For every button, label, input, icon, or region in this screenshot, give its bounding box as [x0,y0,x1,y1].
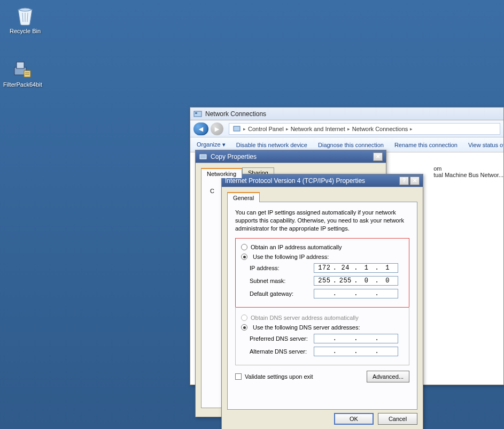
radio-label: Obtain an IP address automatically [251,244,342,250]
ip-octet[interactable]: 172 [316,264,332,272]
titlebar[interactable]: Internet Protocol Version 4 (TCP/IPv4) P… [222,174,423,187]
alternate-dns-row: Alternate DNS server: . . . [241,347,404,356]
dialog-title: Internet Protocol Version 4 (TCP/IPv4) P… [225,177,365,185]
svg-rect-6 [200,155,206,159]
description-text: You can get IP settings assigned automat… [235,209,409,233]
close-button[interactable]: ✕ [410,177,420,185]
subnet-mask-row: Subnet mask: 255. 255. 0. 0 [241,276,404,286]
breadcrumb-sep: ▸ [243,126,246,132]
field-label: IP address: [250,265,314,271]
field-label: Subnet mask: [250,278,314,284]
connection-partial-text: om tual Machine Bus Networ... [433,165,503,178]
titlebar[interactable]: Copy Properties ✕ [196,150,386,163]
preferred-dns-row: Preferred DNS server: . . . [241,334,404,343]
organize-menu[interactable]: Organize ▾ [197,141,226,148]
radio-use-following-ip[interactable]: Use the following IP address: [241,254,404,260]
radio-icon [241,315,247,321]
svg-rect-2 [24,71,30,77]
forward-button[interactable]: ► [211,122,223,135]
ip-address-row: IP address: 172. 24. 1. 1 [241,263,404,273]
radio-obtain-dns-auto: Obtain DNS server address automatically [241,315,404,321]
preferred-dns-input[interactable]: . . . [314,334,398,343]
validate-settings-checkbox[interactable]: Validate settings upon exit [235,373,313,380]
desktop-icon-label: FilterPack64bit [3,81,41,88]
advanced-button[interactable]: Advanced... [367,371,409,382]
breadcrumb[interactable]: ▸ Control Panel ▸ Network and Internet ▸… [229,123,500,135]
radio-icon [241,254,247,260]
radio-obtain-ip-auto[interactable]: Obtain an IP address automatically [241,244,404,250]
field-label: Alternate DNS server: [250,348,314,355]
default-gateway-input[interactable]: . . . [314,289,398,298]
titlebar[interactable]: Network Connections [190,108,503,120]
dns-server-group: Obtain DNS server address automatically … [235,307,409,365]
cancel-button[interactable]: Cancel [378,413,417,425]
radio-label: Use the following DNS server addresses: [253,324,360,331]
radio-icon [241,244,247,250]
ip-octet[interactable]: 0 [359,277,375,285]
dialog-title: Copy Properties [211,153,257,160]
tab-panel-general: You can get IP settings assigned automat… [227,202,417,410]
ip-octet[interactable]: 0 [379,277,396,285]
help-button[interactable]: ? [399,177,409,185]
tabstrip: General [227,191,417,202]
breadcrumb-sep: ▸ [410,126,413,132]
view-status-action[interactable]: View status of this c [468,142,503,148]
breadcrumb-item[interactable]: Network and Internet [291,126,345,132]
field-label: Preferred DNS server: [250,335,314,342]
ip-octet[interactable]: 24 [337,264,353,272]
radio-use-following-dns[interactable]: Use the following DNS server addresses: [241,324,404,331]
desktop-icon-filterpack[interactable]: FilterPack64bit [3,58,41,88]
field-label: Default gateway: [250,290,314,297]
network-adapter-icon [199,152,207,161]
installer-icon [11,58,33,79]
tab-networking[interactable]: Networking [201,168,242,178]
ipv4-properties-dialog: Internet Protocol Version 4 (TCP/IPv4) P… [221,174,423,429]
ip-octet[interactable]: 1 [379,264,396,272]
checkbox-label: Validate settings upon exit [245,373,313,380]
desktop-icon-label: Recycle Bin [6,28,44,34]
rename-action[interactable]: Rename this connection [394,142,458,148]
breadcrumb-item[interactable]: Network Connections [352,126,408,132]
svg-rect-4 [195,112,197,114]
window-title: Network Connections [205,110,266,118]
svg-rect-5 [234,126,240,131]
default-gateway-row: Default gateway: . . . [241,289,404,298]
nav-toolbar: ◄ ► ▸ Control Panel ▸ Network and Intern… [190,120,503,137]
dialog-button-row: OK Cancel [227,413,417,425]
ok-button[interactable]: OK [334,413,374,425]
ip-octet[interactable]: 255 [337,277,353,285]
radio-label: Obtain DNS server address automatically [251,315,359,321]
recycle-bin-icon [14,4,36,26]
checkbox-icon [235,373,242,380]
radio-icon [241,324,247,331]
breadcrumb-item[interactable]: Control Panel [248,126,284,132]
partial-text-line: tual Machine Bus Networ... [433,172,503,178]
partial-text-line: om [433,165,503,172]
subnet-mask-input[interactable]: 255. 255. 0. 0 [314,276,398,286]
network-folder-icon [193,110,202,118]
breadcrumb-sep: ▸ [286,126,289,132]
breadcrumb-root-icon [232,124,241,134]
ip-address-input[interactable]: 172. 24. 1. 1 [314,263,398,273]
ip-octet[interactable]: 255 [316,277,332,285]
alternate-dns-input[interactable]: . . . [314,347,398,356]
breadcrumb-sep: ▸ [347,126,350,132]
ip-address-group: Obtain an IP address automatically Use t… [235,238,409,308]
radio-label: Use the following IP address: [253,254,329,260]
ip-octet[interactable]: 1 [359,264,375,272]
disable-device-action[interactable]: Disable this network device [236,142,307,148]
back-button[interactable]: ◄ [193,122,208,135]
desktop-icon-recycle-bin[interactable]: Recycle Bin [6,4,44,34]
close-button[interactable]: ✕ [373,152,383,161]
diagnose-action[interactable]: Diagnose this connection [318,142,384,148]
svg-rect-1 [17,62,24,68]
tab-general[interactable]: General [227,192,260,202]
